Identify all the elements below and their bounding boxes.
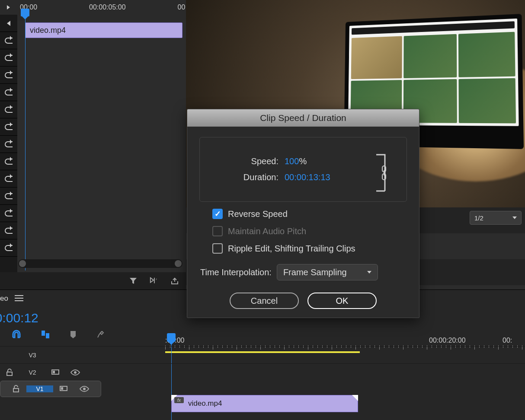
undo-icon-row[interactable] bbox=[0, 170, 17, 188]
chevron-down-icon bbox=[512, 216, 517, 219]
ripple-label: Ripple Edit, Shifting Trailing Clips bbox=[228, 244, 355, 254]
maintain-label: Maintain Audio Pitch bbox=[228, 226, 306, 236]
svg-rect-3 bbox=[46, 333, 49, 338]
checkbox-icon bbox=[212, 243, 223, 254]
chevron-down-icon bbox=[367, 271, 371, 274]
ruler-mark: 00:00:05:00 bbox=[89, 3, 126, 11]
settings-icon[interactable] bbox=[96, 330, 106, 340]
linked-selection-icon[interactable] bbox=[41, 330, 50, 340]
filter-icon[interactable] bbox=[129, 277, 138, 285]
undo-icon-row[interactable] bbox=[0, 136, 17, 153]
clip-end-indicator bbox=[352, 395, 358, 401]
eye-icon[interactable] bbox=[65, 369, 86, 375]
undo-icon-row[interactable] bbox=[0, 153, 17, 170]
zoom-select[interactable]: 1/2 bbox=[470, 211, 522, 225]
time-interpolation-select[interactable]: Frame Sampling bbox=[277, 264, 378, 280]
track-label[interactable]: V3 bbox=[19, 352, 46, 359]
checkbox-icon bbox=[212, 209, 223, 219]
track-label[interactable]: V1 bbox=[26, 385, 53, 392]
toggle-output-icon[interactable] bbox=[54, 385, 73, 392]
undo-icon-row[interactable] bbox=[0, 84, 17, 101]
scroll-thumb[interactable] bbox=[19, 260, 26, 267]
playhead-line bbox=[25, 16, 26, 270]
track-row-v2: V2 bbox=[0, 363, 525, 381]
lock-icon[interactable] bbox=[6, 385, 26, 393]
source-footer-toolbar: ♪ bbox=[0, 272, 186, 290]
svg-text:♪: ♪ bbox=[156, 277, 157, 281]
undo-icon-row[interactable] bbox=[0, 205, 17, 222]
undo-icon-row[interactable] bbox=[0, 118, 17, 136]
undo-icon-row[interactable] bbox=[0, 188, 17, 205]
timeline-clip[interactable]: fx video.mp4 bbox=[171, 395, 358, 412]
dialog-title[interactable]: Clip Speed / Duration bbox=[187, 109, 419, 127]
track-header-column bbox=[0, 15, 17, 274]
checkbox-icon bbox=[212, 226, 223, 236]
zoom-value: 1/2 bbox=[474, 214, 483, 222]
maintain-pitch-checkbox: Maintain Audio Pitch bbox=[212, 226, 407, 236]
link-toggle[interactable] bbox=[368, 151, 389, 194]
undo-icon-row[interactable] bbox=[0, 239, 17, 257]
duration-value[interactable]: 00:00:13:13 bbox=[285, 172, 330, 182]
undo-icon-row[interactable] bbox=[0, 222, 17, 239]
ok-button[interactable]: OK bbox=[307, 293, 377, 309]
ripple-edit-checkbox[interactable]: Ripple Edit, Shifting Trailing Clips bbox=[212, 243, 407, 254]
interp-value: Frame Sampling bbox=[283, 267, 347, 277]
svg-point-6 bbox=[74, 371, 77, 374]
fx-badge[interactable]: fx bbox=[174, 397, 184, 403]
svg-rect-8 bbox=[61, 387, 63, 390]
undo-icon-row[interactable] bbox=[0, 67, 17, 84]
scroll-thumb[interactable] bbox=[175, 260, 182, 267]
panel-menu-icon[interactable] bbox=[15, 295, 23, 301]
undo-icon-row[interactable] bbox=[0, 101, 17, 118]
export-icon[interactable] bbox=[170, 277, 179, 285]
speed-value[interactable]: 100 bbox=[285, 156, 299, 166]
interp-label: Time Interpolation: bbox=[200, 267, 272, 277]
lock-icon[interactable] bbox=[0, 369, 19, 376]
reverse-speed-checkbox[interactable]: Reverse Speed bbox=[212, 209, 407, 219]
duration-label: Duration: bbox=[210, 172, 279, 182]
clip-speed-dialog: Clip Speed / Duration Speed: 100 % Durat… bbox=[187, 109, 419, 318]
undo-icon-row[interactable] bbox=[0, 49, 17, 67]
current-timecode[interactable]: 00:00:12 bbox=[0, 311, 38, 325]
eye-icon[interactable] bbox=[74, 386, 95, 392]
clip-name: video.mp4 bbox=[188, 399, 222, 408]
step-forward-button[interactable] bbox=[0, 0, 17, 15]
ruler-mark: 00: bbox=[503, 337, 512, 344]
speed-label: Speed: bbox=[210, 156, 279, 166]
svg-rect-5 bbox=[53, 371, 55, 373]
marker-icon[interactable] bbox=[69, 330, 77, 340]
speed-duration-box: Speed: 100 % Duration: 00:00:13:13 bbox=[199, 137, 407, 202]
svg-rect-2 bbox=[42, 331, 45, 336]
source-clip[interactable]: video.mp4 bbox=[25, 22, 182, 38]
speed-suffix: % bbox=[299, 156, 307, 166]
marker-play-icon[interactable]: ♪ bbox=[150, 277, 158, 285]
sequence-tab[interactable]: eo bbox=[0, 294, 8, 303]
toggle-output-icon[interactable] bbox=[46, 369, 65, 376]
source-hscroll[interactable] bbox=[18, 259, 182, 268]
clip-name: video.mp4 bbox=[30, 26, 66, 35]
reverse-label: Reverse Speed bbox=[228, 209, 288, 219]
snap-icon[interactable] bbox=[11, 330, 22, 340]
track-row-v1: V1 bbox=[0, 381, 101, 397]
track-row-v3: V3 bbox=[0, 346, 525, 363]
svg-point-9 bbox=[83, 388, 86, 390]
cancel-button[interactable]: Cancel bbox=[230, 293, 299, 309]
undo-icon-row[interactable] bbox=[0, 32, 17, 49]
ruler-mark: 00:00:20:00 bbox=[429, 337, 466, 344]
track-label[interactable]: V2 bbox=[19, 369, 46, 376]
expand-button[interactable] bbox=[0, 15, 17, 32]
